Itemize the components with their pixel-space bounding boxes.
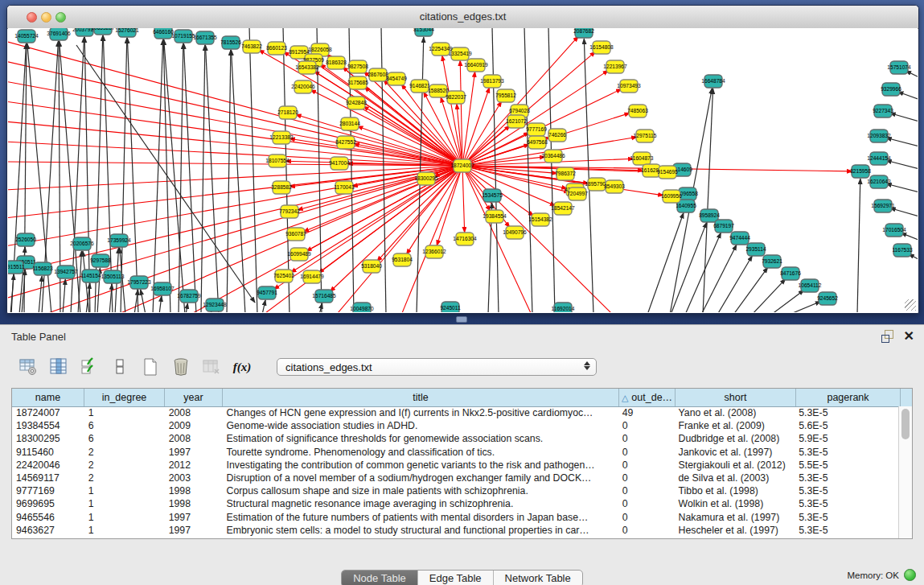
citation-edge-black[interactable] [141,290,146,312]
graph-node[interactable]: 7986372 [555,167,576,180]
graph-node[interactable]: 12923448 [203,299,227,311]
graph-node[interactable]: 9297588 [90,254,111,267]
graph-node[interactable]: 7625402 [273,270,294,282]
graph-node[interactable]: 7463822 [241,40,262,53]
graph-node[interactable]: 9360787 [285,228,306,241]
citation-edge-black[interactable] [183,43,196,312]
graph-node[interactable]: 16782759 [177,290,201,303]
citation-edge-black[interactable] [524,28,532,312]
select-columns-icon[interactable] [79,356,100,377]
graph-node[interactable]: 9417004 [329,157,350,170]
graph-node[interactable]: 9531804 [392,253,413,266]
graph-node[interactable]: 12213383 [269,131,294,144]
citation-edge-red[interactable] [8,41,462,166]
graph-node[interactable]: 17359924 [107,234,131,247]
column-header-title[interactable]: title [223,389,619,406]
graph-node[interactable]: 3175685 [347,76,368,89]
graph-node[interactable]: 3288582 [271,181,292,194]
graph-node[interactable]: 16543382 [295,61,319,74]
table-row[interactable]: 969969511998Structural magnetic resonanc… [12,497,899,510]
graph-node[interactable]: 9227343 [873,105,893,117]
citation-edge-red[interactable] [462,72,475,166]
graph-node[interactable]: 9329966 [881,83,901,96]
graph-node[interactable]: 1609956 [661,190,682,203]
graph-node[interactable]: 20206576 [70,237,94,250]
column-header-pagerank[interactable]: pagerank [796,389,901,406]
import-table-icon[interactable] [201,356,222,377]
table-settings-icon[interactable] [18,356,39,377]
graph-node[interactable]: 18300295 [414,172,438,185]
citation-edge-black[interactable] [897,92,918,101]
graph-node[interactable]: 10973493 [617,80,641,93]
memory-ok-icon[interactable] [904,569,916,581]
close-panel-icon[interactable]: ✕ [904,330,914,342]
graph-node[interactable]: 12213967 [603,60,627,73]
graph-node[interactable]: 8454749 [386,72,407,85]
graph-node[interactable]: 16210643 [867,175,891,188]
graph-node[interactable]: 9822037 [446,91,466,104]
graph-node[interactable]: 20364486 [541,150,565,163]
graph-node[interactable]: 8660123 [266,42,287,55]
citation-edge-black[interactable] [227,50,231,312]
graph-node[interactable]: 2718120 [277,106,298,119]
table-row[interactable]: 2242004622012Investigating the contribut… [12,459,899,472]
float-panel-icon[interactable] [881,330,894,342]
citation-edge-black[interactable] [703,89,713,312]
citation-edge-black[interactable] [127,38,138,312]
graph-node[interactable]: 13942757 [54,266,78,278]
table-row[interactable]: 911546021997Tourette syndrome. Phenomeno… [12,446,899,459]
citation-edge-red[interactable] [310,90,462,166]
graph-node[interactable]: 14055724 [14,30,39,43]
graph-node[interactable]: 10490796 [503,226,527,239]
citation-edge-black[interactable] [584,39,593,312]
graph-node[interactable]: 1156823 [32,262,53,275]
graph-node[interactable]: 9777169 [526,123,547,136]
citation-edge-black[interactable] [771,290,804,312]
graph-node[interactable]: 11692014 [552,303,575,312]
graph-node[interactable]: 10049870 [350,303,374,312]
row-height-icon[interactable] [109,356,130,377]
citation-edge-black[interactable] [249,28,257,312]
graph-node[interactable]: 6466160 [153,28,174,39]
delete-icon[interactable] [170,356,191,377]
table-row[interactable]: 977716911998Corpus callosum shape and si… [12,484,899,497]
graph-node[interactable]: 15154382 [528,213,552,226]
tab-edge-table[interactable]: Edge Table [418,571,494,585]
graph-node[interactable]: 1167533 [892,244,913,257]
citation-edge-black[interactable] [153,39,163,312]
graph-node[interactable]: 7815526 [220,36,241,49]
citation-edge-black[interactable] [647,212,684,312]
graph-node[interactable]: 15716485 [312,290,336,303]
graph-node[interactable]: 1621072 [506,115,527,128]
graph-node[interactable]: 9154695 [657,166,678,179]
graph-node[interactable]: 9827508 [347,60,368,73]
graph-node[interactable]: 1145154 [80,270,101,282]
graph-node[interactable]: 10719155 [171,30,195,43]
graph-node[interactable]: 18724007 [450,159,474,172]
citation-network-graph[interactable]: 1872400714055724376914062003791210653287… [8,28,918,312]
citation-edge-black[interactable] [39,276,42,312]
window-resize-grip[interactable] [905,299,916,311]
column-header-name[interactable]: name [12,389,84,406]
citation-edge-black[interactable] [886,160,918,170]
graph-node[interactable]: 12366012 [422,245,446,258]
graph-node[interactable]: 5318040 [361,260,382,273]
graph-node[interactable]: 9474444 [729,232,750,245]
graph-node[interactable]: 12975115 [634,130,657,142]
table-row[interactable]: 1830029562008Estimation of significance … [12,432,899,445]
network-canvas[interactable]: 1872400714055724376914062003791210653287… [8,28,918,312]
citation-edge-black[interactable] [671,222,707,312]
citation-edge-black[interactable] [701,245,737,312]
graph-node[interactable]: 2526050 [15,233,36,246]
citation-edge-black[interactable] [201,45,205,312]
column-header-in_degree[interactable]: in_degree [84,389,165,406]
table-row[interactable]: 946362711997Embryonic stem cells: a mode… [12,524,899,537]
graph-node[interactable]: 9457791 [257,286,277,299]
citation-edge-black[interactable] [317,28,322,312]
table-row[interactable]: 1456911722003Disruption of a novel membe… [12,472,899,484]
graph-node[interactable]: 16154808 [589,41,614,54]
graph-node[interactable]: 1170043 [334,181,355,194]
graph-node[interactable]: 11604873 [630,152,654,165]
graph-node[interactable]: 6879197 [713,220,734,233]
new-file-icon[interactable] [140,356,161,377]
